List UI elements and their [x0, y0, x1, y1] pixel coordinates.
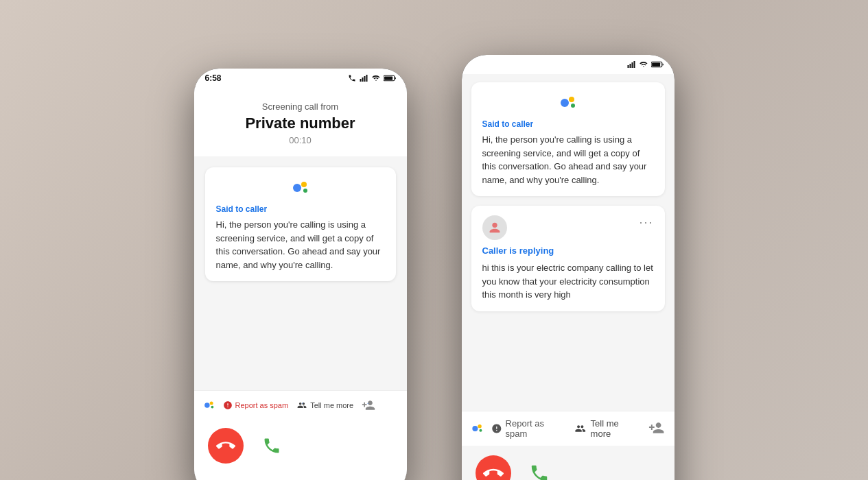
decline-icon-right: [483, 463, 504, 480]
decline-btn-left[interactable]: [208, 428, 244, 464]
caller-text-right: hi this is your electric company calling…: [482, 261, 654, 302]
person-avatar-icon: [487, 220, 502, 235]
battery-icon-right: [651, 60, 664, 69]
svg-rect-15: [633, 61, 635, 68]
svg-point-24: [479, 429, 482, 432]
transcript-area-left: Said to caller Hi, the person you're cal…: [194, 156, 407, 390]
svg-point-19: [569, 97, 574, 102]
svg-rect-1: [362, 77, 363, 82]
svg-rect-17: [652, 62, 660, 66]
left-phone: 6:58 Screening call from Private number …: [194, 69, 407, 480]
nav-bar-left: ‹: [194, 475, 407, 480]
svg-rect-2: [364, 76, 365, 82]
svg-rect-5: [384, 76, 392, 80]
status-bar-left: 6:58: [194, 69, 407, 88]
wifi-icon-left: [371, 74, 381, 82]
wifi-icon-right: [639, 60, 648, 69]
call-buttons-right: [462, 446, 675, 480]
caller-replying-label: Caller is replying: [482, 245, 654, 256]
call-timer: 00:10: [208, 135, 393, 145]
ga-icon-container-right: [482, 92, 654, 114]
svg-point-23: [478, 424, 481, 428]
google-assistant-icon-left: [290, 177, 312, 199]
svg-point-20: [571, 104, 575, 108]
spam-icon-left: [223, 400, 233, 410]
caller-icon-row: ···: [482, 215, 654, 240]
svg-rect-14: [631, 62, 633, 68]
report-spam-btn-left[interactable]: Report as spam: [222, 398, 290, 413]
decline-icon-left: [216, 436, 235, 455]
add-person-icon-left[interactable]: [360, 398, 377, 412]
caller-name: Private number: [208, 115, 393, 132]
spam-icon-right: [491, 423, 502, 434]
tell-more-label-right: Tell me more: [591, 418, 641, 439]
said-to-bubble-right: Said to caller Hi, the person you're cal…: [471, 82, 665, 196]
chat-area-right: Said to caller Hi, the person you're cal…: [462, 74, 675, 411]
right-phone: Said to caller Hi, the person you're cal…: [462, 55, 675, 480]
status-icons-left: [348, 74, 396, 82]
caller-avatar: [482, 215, 507, 240]
accept-btn-left[interactable]: [257, 431, 286, 460]
svg-point-7: [301, 182, 307, 187]
battery-icon-left: [384, 74, 396, 82]
svg-point-9: [204, 403, 210, 408]
person-icon-left: [296, 400, 307, 410]
status-bar-right: [462, 55, 675, 74]
accept-icon-right: [529, 463, 550, 480]
tell-more-btn-right[interactable]: Tell me more: [574, 418, 640, 439]
dots-menu[interactable]: ···: [639, 215, 653, 230]
left-screen: Screening call from Private number 00:10: [194, 88, 407, 480]
time-left: 6:58: [205, 73, 222, 83]
call-header: Screening call from Private number 00:10: [194, 88, 407, 156]
svg-rect-13: [629, 64, 631, 68]
spam-label-right: Report as spam: [506, 418, 567, 439]
said-to-text-right: Hi, the person you're calling is using a…: [482, 133, 654, 187]
signal-icon-left: [359, 74, 368, 82]
svg-point-11: [211, 406, 213, 409]
transcript-bubble-left: Said to caller Hi, the person you're cal…: [205, 167, 396, 281]
scene: 6:58 Screening call from Private number …: [0, 0, 868, 480]
person-wave-icon-right: [574, 423, 587, 434]
svg-rect-0: [360, 79, 361, 82]
report-spam-btn-right[interactable]: Report as spam: [491, 418, 567, 439]
svg-rect-3: [366, 75, 367, 82]
status-icons-right: [626, 60, 664, 69]
svg-point-18: [561, 99, 569, 107]
left-phone-wrapper: 6:58 Screening call from Private number …: [194, 69, 407, 480]
said-to-label-left: Said to caller: [216, 204, 385, 214]
call-buttons-left: [194, 420, 407, 475]
google-assistant-icon-right: [557, 92, 579, 114]
svg-point-8: [303, 189, 307, 193]
accept-btn-right[interactable]: [525, 459, 554, 480]
signal-icon-right: [626, 60, 636, 69]
decline-btn-right[interactable]: [476, 455, 511, 480]
transcript-text-left: Hi, the person you're calling is using a…: [216, 218, 385, 272]
svg-point-21: [492, 223, 497, 228]
svg-point-10: [209, 401, 213, 405]
action-bar-right: Report as spam Tell me more: [462, 411, 675, 446]
svg-rect-12: [627, 65, 629, 68]
svg-point-6: [293, 184, 301, 192]
ga-icon-container-left: [216, 177, 385, 199]
tell-more-label-left: Tell me more: [310, 401, 353, 409]
accept-icon-left: [262, 436, 281, 455]
screening-label: Screening call from: [208, 101, 393, 112]
svg-point-22: [472, 426, 478, 431]
spam-label-left: Report as spam: [235, 401, 289, 409]
action-bar-left: Report as spam Tell me more: [194, 390, 407, 420]
caller-bubble-right: ··· Caller is replying hi this is your e…: [471, 206, 665, 311]
right-screen: Said to caller Hi, the person you're cal…: [462, 74, 675, 480]
tell-more-btn-left[interactable]: Tell me more: [295, 398, 355, 413]
ga-small-icon-right: [470, 421, 484, 436]
ga-small-icon-left: [202, 398, 216, 412]
right-phone-wrapper: Said to caller Hi, the person you're cal…: [462, 55, 675, 480]
said-to-label-right: Said to caller: [482, 119, 654, 129]
add-person-icon-right[interactable]: [647, 421, 666, 436]
phone-status-icon: [348, 74, 356, 82]
